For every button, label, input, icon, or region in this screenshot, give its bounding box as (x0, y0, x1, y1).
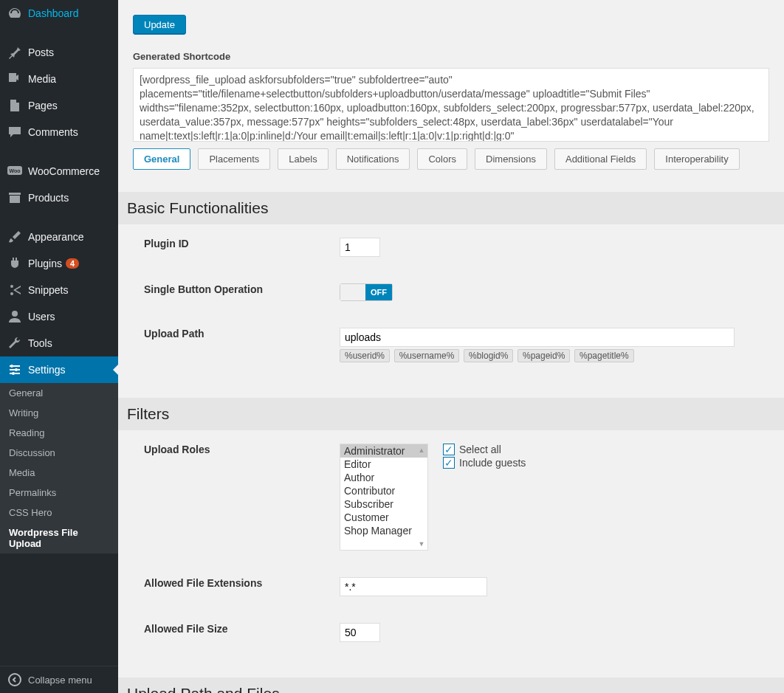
wrench-icon (7, 336, 22, 351)
collapse-menu-button[interactable]: Collapse menu (0, 666, 118, 693)
sidebar-item-label: Snippets (28, 284, 68, 296)
sidebar-item-label: Appearance (28, 231, 84, 243)
role-option[interactable]: Author (340, 471, 427, 484)
submenu-writing[interactable]: Writing (0, 403, 118, 423)
sidebar-item-media[interactable]: Media (0, 66, 118, 92)
select-all-label: Select all (459, 444, 501, 455)
sidebar-item-label: Dashboard (28, 7, 79, 19)
toggle-knob (340, 284, 367, 300)
sidebar-item-label: WooCommerce (28, 165, 100, 177)
sidebar-item-pages[interactable]: Pages (0, 92, 118, 119)
select-all-checkbox[interactable]: ✓ (443, 444, 455, 455)
upload-path-input[interactable] (340, 328, 735, 347)
plugin-id-label: Plugin ID (133, 238, 340, 249)
single-button-toggle[interactable]: OFF (340, 283, 393, 301)
generated-shortcode-label: Generated Shortcode (133, 51, 769, 62)
submenu-media[interactable]: Media (0, 463, 118, 483)
toggle-state-label: OFF (365, 284, 392, 300)
sidebar-item-label: Posts (28, 46, 54, 58)
sidebar-item-woocommerce[interactable]: Woo WooCommerce (0, 158, 118, 185)
tab-general[interactable]: General (133, 148, 190, 170)
svg-point-4 (15, 368, 18, 371)
settings-tabs: General Placements Labels Notifications … (133, 148, 769, 170)
section-basic-functionalities: Basic Functionalities (118, 192, 784, 224)
tag-pageid[interactable]: %pageid% (517, 349, 570, 362)
upload-roles-listbox[interactable]: Administrator Editor Author Contributor … (340, 444, 428, 551)
sidebar-item-label: Comments (28, 126, 78, 138)
tab-notifications[interactable]: Notifications (336, 148, 410, 170)
main-content: Update Generated Shortcode [wordpress_fi… (118, 0, 784, 693)
row-allowed-extensions: Allowed File Extensions (133, 564, 769, 610)
role-option[interactable]: Contributor (340, 484, 427, 497)
svg-point-2 (12, 311, 18, 317)
svg-point-6 (9, 674, 21, 686)
include-guests-checkbox[interactable]: ✓ (443, 457, 455, 469)
comment-icon (7, 125, 22, 139)
tag-username[interactable]: %username% (394, 349, 460, 362)
sliders-icon (7, 362, 22, 377)
single-button-label: Single Button Operation (133, 283, 340, 295)
sidebar-item-settings[interactable]: Settings (0, 356, 118, 383)
svg-point-3 (10, 365, 13, 368)
submenu-wp-file-upload[interactable]: Wordpress File Upload (0, 523, 118, 554)
current-menu-arrow (113, 364, 119, 376)
tag-blogid[interactable]: %blogid% (464, 349, 513, 362)
collapse-menu-label: Collapse menu (28, 675, 92, 686)
row-upload-path: Upload Path %userid% %username% %blogid%… (133, 314, 769, 376)
plugin-id-input[interactable] (340, 238, 380, 257)
archive-icon (7, 190, 22, 205)
update-count-badge: 4 (66, 258, 79, 269)
submenu-reading[interactable]: Reading (0, 423, 118, 443)
admin-sidebar: Dashboard Posts Media Pages Comments Woo… (0, 0, 118, 693)
media-icon (7, 72, 22, 86)
submenu-discussion[interactable]: Discussion (0, 443, 118, 463)
submenu-css-hero[interactable]: CSS Hero (0, 503, 118, 523)
sidebar-item-label: Users (28, 311, 55, 323)
chevron-up-icon[interactable]: ▲ (417, 446, 426, 455)
role-option[interactable]: Subscriber (340, 497, 427, 511)
row-single-button: Single Button Operation OFF (133, 270, 769, 314)
tag-userid[interactable]: %userid% (340, 349, 390, 362)
allowed-size-label: Allowed File Size (133, 623, 340, 635)
tag-pagetitle[interactable]: %pagetitle% (574, 349, 634, 362)
sidebar-item-label: Tools (28, 337, 52, 349)
pin-icon (7, 45, 22, 60)
tab-dimensions[interactable]: Dimensions (475, 148, 547, 170)
update-button[interactable]: Update (133, 15, 186, 35)
sidebar-item-appearance[interactable]: Appearance (0, 224, 118, 250)
sidebar-item-comments[interactable]: Comments (0, 119, 118, 145)
submenu-permalinks[interactable]: Permalinks (0, 483, 118, 503)
sidebar-item-snippets[interactable]: Snippets (0, 277, 118, 303)
sidebar-item-plugins[interactable]: Plugins 4 (0, 250, 118, 277)
sidebar-item-label: Products (28, 192, 69, 204)
role-option[interactable]: Shop Manager (340, 524, 427, 537)
tab-placements[interactable]: Placements (198, 148, 270, 170)
tab-labels[interactable]: Labels (278, 148, 328, 170)
section-upload-path-files: Upload Path and Files (118, 678, 784, 693)
sidebar-item-dashboard[interactable]: Dashboard (0, 0, 118, 27)
sidebar-item-tools[interactable]: Tools (0, 330, 118, 356)
settings-submenu: General Writing Reading Discussion Media… (0, 383, 118, 554)
chevron-down-icon[interactable]: ▼ (417, 539, 426, 548)
allowed-ext-input[interactable] (340, 577, 487, 596)
sidebar-item-posts[interactable]: Posts (0, 39, 118, 66)
role-option[interactable]: Customer (340, 511, 427, 524)
sidebar-item-users[interactable]: Users (0, 303, 118, 330)
row-plugin-id: Plugin ID (133, 224, 769, 270)
allowed-size-input[interactable] (340, 623, 380, 642)
sidebar-item-products[interactable]: Products (0, 185, 118, 211)
submenu-general[interactable]: General (0, 383, 118, 403)
generated-shortcode-textarea[interactable]: [wordpress_file_upload askforsubfolders=… (133, 68, 769, 142)
tab-interoperability[interactable]: Interoperability (654, 148, 739, 170)
user-icon (7, 309, 22, 324)
upload-path-label: Upload Path (133, 328, 340, 339)
sidebar-item-label: Media (28, 73, 56, 85)
sidebar-item-label: Pages (28, 100, 58, 111)
tab-additional-fields[interactable]: Additional Fields (554, 148, 647, 170)
role-option[interactable]: Editor (340, 458, 427, 471)
tab-colors[interactable]: Colors (417, 148, 467, 170)
dashboard-icon (7, 6, 22, 21)
sidebar-item-label: Plugins (28, 258, 62, 269)
upload-roles-label: Upload Roles (133, 444, 340, 455)
role-option[interactable]: Administrator (340, 444, 427, 458)
